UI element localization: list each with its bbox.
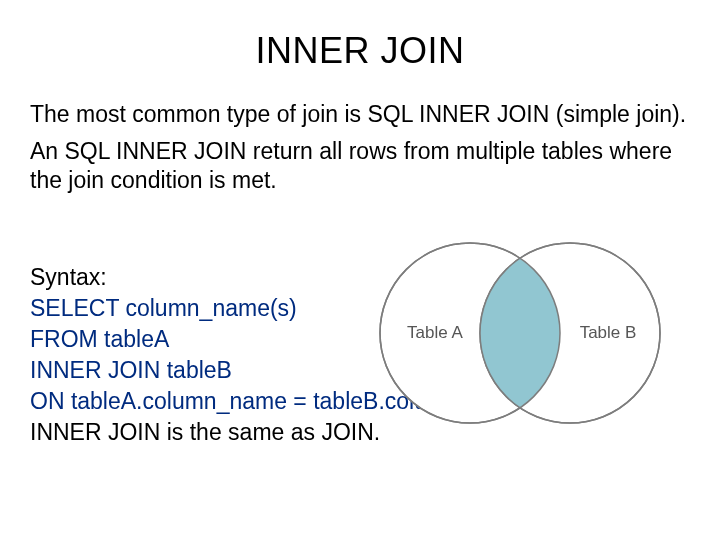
venn-label-a: Table A bbox=[407, 323, 463, 342]
slide: INNER JOIN The most common type of join … bbox=[0, 0, 720, 540]
venn-svg: Table A Table B bbox=[330, 228, 710, 438]
venn-diagram: Table A Table B bbox=[330, 228, 710, 438]
slide-title: INNER JOIN bbox=[30, 30, 690, 72]
paragraph-2: An SQL INNER JOIN return all rows from m… bbox=[30, 137, 690, 195]
paragraph-1: The most common type of join is SQL INNE… bbox=[30, 100, 690, 129]
venn-label-b: Table B bbox=[580, 323, 637, 342]
